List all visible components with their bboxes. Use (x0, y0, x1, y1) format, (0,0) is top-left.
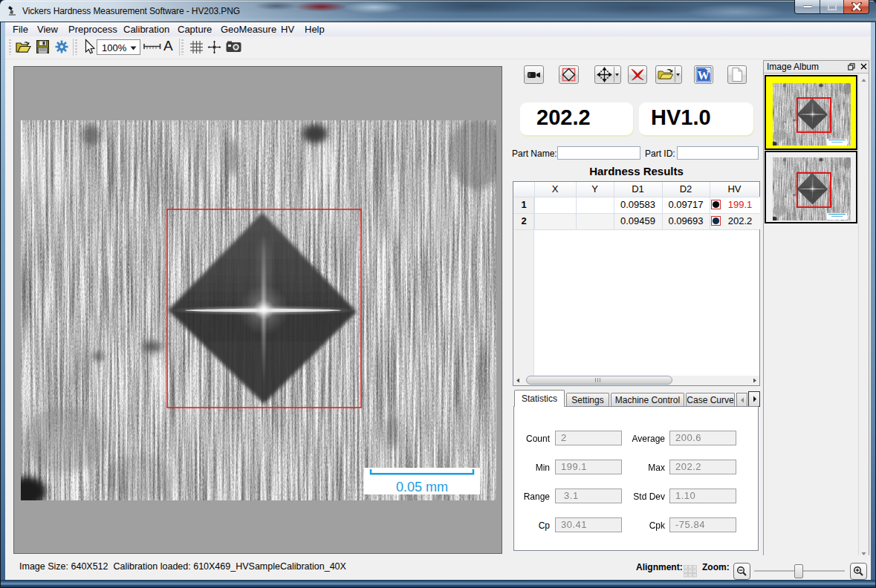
svg-text:W: W (698, 69, 710, 82)
